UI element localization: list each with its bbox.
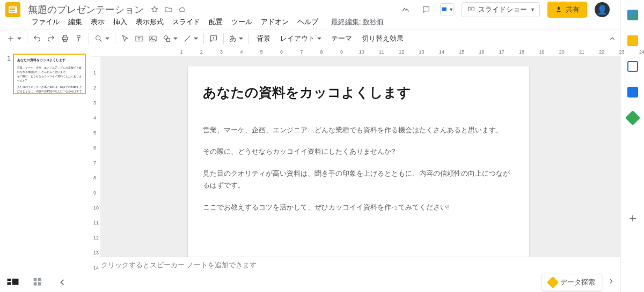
filmstrip-view-icon[interactable] bbox=[5, 276, 20, 289]
svg-rect-14 bbox=[34, 278, 37, 281]
slide-stage[interactable]: あなたの資料をカッコよくします 営業、マーケ、企画、エンジニア…どんな業種でも資… bbox=[101, 57, 620, 257]
menu-insert[interactable]: 挿入 bbox=[109, 16, 131, 28]
slide-canvas[interactable]: あなたの資料をカッコよくします 営業、マーケ、企画、エンジニア…どんな業種でも資… bbox=[188, 66, 529, 257]
horizontal-ruler[interactable]: 1234567891011121314151617181920212223242… bbox=[91, 48, 620, 57]
menu-tools[interactable]: ツール bbox=[228, 16, 256, 28]
explore-button[interactable]: データ探索 bbox=[541, 274, 602, 291]
menu-format[interactable]: 表示形式 bbox=[132, 16, 167, 28]
share-button[interactable]: 共有 bbox=[547, 2, 587, 18]
document-title[interactable]: 無題のプレゼンテーション bbox=[28, 3, 144, 16]
thumbnail-number: 1 bbox=[3, 54, 11, 267]
transition-button[interactable]: 切り替え効果 bbox=[357, 34, 408, 43]
toolbar: あ 背景 レイアウト テーマ 切り替え効果 bbox=[0, 29, 620, 48]
star-icon[interactable] bbox=[150, 5, 159, 14]
svg-rect-16 bbox=[34, 282, 37, 286]
zoom-button[interactable] bbox=[92, 31, 112, 46]
present-outline-button[interactable]: ▼ bbox=[440, 3, 454, 16]
side-panel: ＋ bbox=[620, 0, 644, 292]
get-addons-icon[interactable]: ＋ bbox=[627, 213, 639, 223]
menu-arrange[interactable]: 配置 bbox=[205, 16, 226, 28]
paint-format-button[interactable] bbox=[72, 31, 85, 46]
svg-rect-13 bbox=[12, 279, 19, 285]
menu-help[interactable]: ヘルプ bbox=[294, 16, 322, 28]
activity-icon[interactable] bbox=[399, 3, 412, 16]
theme-button[interactable]: テーマ bbox=[327, 34, 356, 43]
svg-rect-11 bbox=[8, 279, 11, 281]
comments-icon[interactable] bbox=[420, 3, 433, 16]
thumbnail-panel: 1 あなたの資料をカッコよくします 営業、マーケ、企画、エンジニア…どんな業種で… bbox=[0, 48, 91, 273]
workspace: 1 あなたの資料をカッコよくします 営業、マーケ、企画、エンジニア…どんな業種で… bbox=[0, 48, 620, 273]
print-button[interactable] bbox=[58, 31, 71, 46]
last-edit-link[interactable]: 最終編集: 数秒前 bbox=[327, 17, 387, 28]
select-tool[interactable] bbox=[119, 31, 131, 46]
explore-icon bbox=[547, 276, 559, 289]
textbox-tool[interactable] bbox=[133, 31, 145, 46]
svg-rect-3 bbox=[63, 35, 66, 37]
menu-file[interactable]: ファイル bbox=[28, 16, 63, 28]
explore-label: データ探索 bbox=[560, 278, 595, 287]
svg-point-5 bbox=[96, 36, 100, 40]
menu-addons[interactable]: アドオン bbox=[257, 16, 292, 28]
vertical-ruler[interactable]: 1234567891011121314 bbox=[91, 57, 101, 257]
layout-button[interactable]: レイアウト bbox=[276, 34, 326, 43]
slideshow-button[interactable]: スライドショー ▼ bbox=[462, 2, 540, 17]
contacts-addon-icon[interactable] bbox=[627, 87, 638, 98]
undo-button[interactable] bbox=[31, 31, 43, 46]
menu-slide[interactable]: スライド bbox=[169, 16, 204, 28]
svg-rect-17 bbox=[38, 282, 41, 286]
input-method-button[interactable]: あ bbox=[227, 31, 245, 46]
calendar-addon-icon[interactable] bbox=[627, 10, 638, 20]
redo-button[interactable] bbox=[45, 31, 57, 46]
maps-addon-icon[interactable] bbox=[625, 110, 640, 125]
background-button[interactable]: 背景 bbox=[252, 34, 275, 43]
grid-view-icon[interactable] bbox=[31, 276, 46, 289]
shape-tool[interactable] bbox=[160, 31, 180, 46]
share-label: 共有 bbox=[566, 5, 580, 14]
tasks-addon-icon[interactable] bbox=[627, 61, 638, 72]
svg-rect-4 bbox=[63, 39, 66, 41]
footer-bar: データ探索 bbox=[0, 273, 620, 292]
account-avatar[interactable]: 👤 bbox=[595, 2, 610, 17]
collapse-filmstrip-icon[interactable] bbox=[57, 277, 68, 288]
slide-title-text[interactable]: あなたの資料をカッコよくします bbox=[203, 84, 411, 101]
menu-view[interactable]: 表示 bbox=[87, 16, 108, 28]
image-tool[interactable] bbox=[147, 31, 159, 46]
svg-point-9 bbox=[164, 36, 168, 40]
move-icon[interactable] bbox=[164, 5, 173, 14]
new-slide-button[interactable] bbox=[4, 31, 24, 46]
keep-addon-icon[interactable] bbox=[627, 35, 638, 46]
slide-thumbnail[interactable]: あなたの資料をカッコよくします 営業、マーケ、企画、エンジニア…どんな業種でも資… bbox=[13, 54, 86, 94]
menu-edit[interactable]: 編集 bbox=[64, 16, 86, 28]
svg-rect-12 bbox=[8, 282, 11, 285]
comment-tool[interactable] bbox=[207, 31, 220, 46]
menu-bar: ファイル 編集 表示 挿入 表示形式 スライド 配置 ツール アドオン ヘルプ … bbox=[0, 16, 620, 29]
canvas-area: 1234567891011121314151617181920212223242… bbox=[91, 48, 620, 273]
cloud-status-icon[interactable] bbox=[178, 5, 187, 14]
expand-side-panel-icon[interactable] bbox=[608, 278, 615, 287]
collapse-toolbar-icon[interactable] bbox=[609, 35, 616, 44]
svg-rect-2 bbox=[62, 37, 67, 40]
svg-rect-1 bbox=[557, 11, 561, 12]
slideshow-label: スライドショー bbox=[478, 5, 527, 14]
slides-logo[interactable] bbox=[5, 2, 20, 17]
svg-rect-15 bbox=[38, 278, 41, 281]
slide-body-text[interactable]: 営業、マーケ、企画、エンジニア…どんな業種でも資料を作る機会はたくさんあると思い… bbox=[203, 124, 514, 223]
line-tool[interactable] bbox=[181, 31, 200, 46]
speaker-notes[interactable]: クリックするとスピーカー ノートを追加できます bbox=[91, 257, 620, 273]
title-bar: 無題のプレゼンテーション ▼ スライドショー ▼ 共有 bbox=[0, 0, 620, 16]
